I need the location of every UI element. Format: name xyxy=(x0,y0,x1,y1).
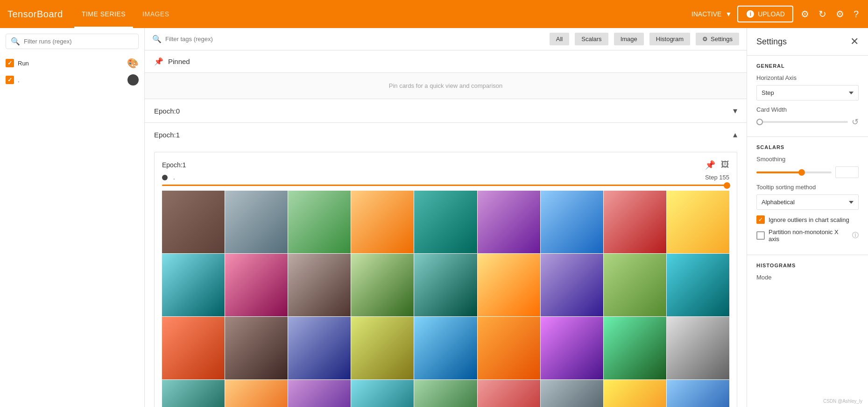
refresh-button[interactable]: ↻ xyxy=(817,7,828,21)
settings-panel: Settings ✕ GENERAL Horizontal Axis Step … xyxy=(747,28,868,407)
card-slider-fill xyxy=(162,185,729,186)
filter-histogram[interactable]: Histogram xyxy=(649,33,690,45)
histograms-mode-label: Mode xyxy=(756,274,859,281)
image-cell xyxy=(162,191,225,253)
epoch-1-section: Epoch:1 ▴ Epoch:1 📌 🖼 xyxy=(145,123,747,407)
settings-general-section: GENERAL Horizontal Axis Step Relative Wa… xyxy=(747,56,868,137)
image-cell xyxy=(667,317,729,379)
nav-images[interactable]: IMAGES xyxy=(135,7,176,21)
smoothing-slider-row: 0.6 xyxy=(756,166,859,178)
image-grid xyxy=(162,191,729,407)
runs-search-box[interactable]: 🔍 xyxy=(6,34,139,49)
card-slider-thumb[interactable] xyxy=(724,182,730,189)
settings-general-title: GENERAL xyxy=(756,63,859,69)
settings-button[interactable]: ⚙ xyxy=(834,7,846,21)
ignore-outliers-label: Ignore outliers in chart scaling xyxy=(769,216,849,223)
settings-gear-icon: ⚙ xyxy=(702,36,708,43)
partition-checkbox[interactable] xyxy=(756,231,765,240)
image-cell xyxy=(478,254,540,316)
card-title: Epoch:1 xyxy=(162,161,186,169)
left-sidebar: 🔍 Run 🎨 . xyxy=(0,28,145,407)
epoch-0-section: Epoch:0 ▾ xyxy=(145,99,747,123)
card-icons: 📌 🖼 xyxy=(705,160,729,170)
image-cell xyxy=(541,191,603,253)
run-label-dot: . xyxy=(18,77,124,84)
palette-icon[interactable]: 🎨 xyxy=(127,57,139,69)
upload-button[interactable]: i UPLOAD xyxy=(737,6,793,22)
nav-time-series[interactable]: TIME SERIES xyxy=(74,7,133,21)
settings-close-button[interactable]: ✕ xyxy=(850,36,859,48)
app-logo: TensorBoard xyxy=(7,9,63,20)
filter-scalars[interactable]: Scalars xyxy=(575,33,608,45)
image-cell xyxy=(478,380,540,407)
pin-card-icon[interactable]: 📌 xyxy=(705,160,715,170)
card-slider[interactable] xyxy=(162,185,729,186)
runs-search-input[interactable] xyxy=(24,38,134,45)
image-cell xyxy=(225,254,288,316)
image-cell xyxy=(162,254,225,316)
image-cell xyxy=(288,191,351,253)
filter-image[interactable]: Image xyxy=(614,33,644,45)
image-cell xyxy=(541,380,603,407)
top-navigation: TensorBoard TIME SERIES IMAGES INACTIVE … xyxy=(0,0,868,28)
settings-toggle-button[interactable]: ⚙ Settings xyxy=(696,33,739,45)
inactive-dropdown[interactable]: INACTIVE ▼ xyxy=(692,10,732,18)
smoothing-slider-thumb[interactable] xyxy=(798,169,805,176)
nav-right: INACTIVE ▼ i UPLOAD ⚙ ↻ ⚙ ? xyxy=(692,6,861,22)
tags-search-input[interactable] xyxy=(165,36,544,43)
epoch-0-chevron: ▾ xyxy=(733,106,737,116)
card-width-reset-icon[interactable]: ↺ xyxy=(852,117,859,127)
image-card-icon[interactable]: 🖼 xyxy=(721,160,729,170)
settings-panel-title: Settings xyxy=(756,37,787,47)
watermark: CSDN @Ashley_ly xyxy=(823,397,862,404)
image-cell xyxy=(351,254,414,316)
smoothing-value-input[interactable]: 0.6 xyxy=(835,166,859,178)
ignore-outliers-checkbox[interactable] xyxy=(756,215,765,224)
pinned-empty-message: Pin cards for a quick view and compariso… xyxy=(145,73,747,99)
tooltip-sort-label: Tooltip sorting method xyxy=(756,184,859,191)
image-cell xyxy=(288,380,351,407)
card-run-row: . Step 155 xyxy=(162,174,729,181)
run-color-dot[interactable] xyxy=(127,74,139,86)
image-cell xyxy=(162,317,225,379)
dropdown-arrow-icon: ▼ xyxy=(725,10,732,18)
image-cell xyxy=(414,191,477,253)
epoch-1-card: Epoch:1 📌 🖼 . Step 155 xyxy=(154,152,737,407)
pin-icon: 📌 xyxy=(154,57,163,66)
card-width-slider-track[interactable] xyxy=(756,121,848,123)
theme-button[interactable]: ⚙ xyxy=(799,7,811,21)
card-run-label: . xyxy=(173,174,175,181)
image-cell xyxy=(604,191,666,253)
run-checkbox-dot[interactable] xyxy=(6,76,14,84)
content-scroll[interactable]: 📌 Pinned Pin cards for a quick view and … xyxy=(145,50,747,407)
image-cell xyxy=(225,380,288,407)
settings-panel-header: Settings ✕ xyxy=(747,28,868,56)
image-cell xyxy=(604,317,666,379)
image-cell xyxy=(667,191,729,253)
settings-scalars-title: SCALARS xyxy=(756,144,859,150)
run-checkbox-run[interactable] xyxy=(6,59,14,67)
horizontal-axis-label: Horizontal Axis xyxy=(756,74,859,81)
pinned-section-header[interactable]: 📌 Pinned xyxy=(145,50,747,73)
image-cell xyxy=(478,191,540,253)
partition-row: Partition non-monotonic X axis ⓘ xyxy=(756,228,859,243)
card-width-slider-thumb[interactable] xyxy=(756,119,763,125)
pinned-title: Pinned xyxy=(168,57,190,65)
search-icon: 🔍 xyxy=(11,37,20,46)
card-run-dot xyxy=(162,175,168,180)
tags-search: 🔍 xyxy=(152,35,544,43)
card-slider-row[interactable] xyxy=(162,185,729,186)
epoch-1-header[interactable]: Epoch:1 ▴ xyxy=(145,123,747,146)
image-cell xyxy=(414,317,477,379)
center-area: 🔍 All Scalars Image Histogram ⚙ Settings… xyxy=(145,28,747,407)
image-cell xyxy=(478,317,540,379)
tooltip-sort-select[interactable]: Alphabetical Ascending Descending Defaul… xyxy=(756,194,859,210)
filter-all[interactable]: All xyxy=(550,33,569,45)
smoothing-slider-track[interactable] xyxy=(756,171,832,173)
horizontal-axis-select[interactable]: Step Relative Wall xyxy=(756,85,859,100)
card-width-slider-row: ↺ xyxy=(756,117,859,127)
help-button[interactable]: ? xyxy=(852,7,861,21)
image-cell xyxy=(414,254,477,316)
smoothing-fill xyxy=(756,171,802,173)
epoch-0-header[interactable]: Epoch:0 ▾ xyxy=(145,99,747,122)
